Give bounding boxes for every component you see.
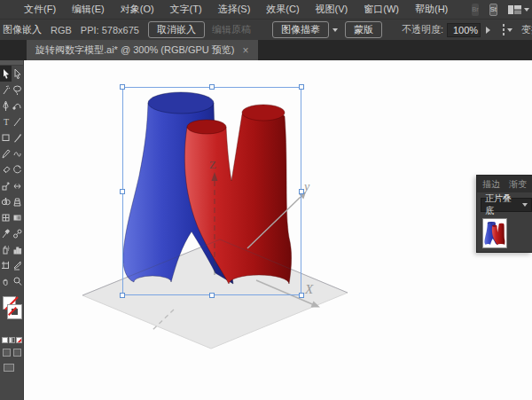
- chevron-down-icon[interactable]: [507, 28, 512, 32]
- opacity-value-field[interactable]: 100%: [447, 23, 481, 37]
- mesh-tool[interactable]: [0, 209, 12, 225]
- menu-object[interactable]: 对象(O): [113, 0, 162, 19]
- stock-icon[interactable]: St: [489, 4, 497, 16]
- artwork[interactable]: Z y X: [24, 60, 532, 400]
- red-tube-opening-center: [187, 120, 226, 134]
- menu-file[interactable]: 文件(F): [16, 0, 64, 19]
- valve-model[interactable]: [123, 92, 292, 284]
- document-tab[interactable]: 旋转阀数字模型.ai* @ 300% (RGB/GPU 预览) ×: [27, 40, 258, 60]
- line-icon: [12, 116, 22, 128]
- curvature-tool[interactable]: [12, 98, 23, 114]
- magic-wand-tool[interactable]: [0, 82, 12, 98]
- blend-tool[interactable]: [12, 225, 23, 241]
- eyedropper-tool[interactable]: [0, 225, 12, 241]
- transparency-panel: 描边 渐变 正片叠底: [476, 175, 532, 253]
- selection-tool[interactable]: [0, 66, 12, 82]
- mesh-icon: [1, 212, 11, 224]
- artboard-tool[interactable]: [0, 257, 12, 273]
- control-bar: 图像 嵌入 RGB PPI: 578x675 取消嵌入 编辑原稿 图像描摹 蒙版…: [0, 19, 532, 40]
- object-thumbnail[interactable]: [482, 218, 507, 248]
- menu-select[interactable]: 选择(S): [210, 0, 259, 19]
- menu-type[interactable]: 文字(T): [162, 0, 210, 19]
- selection-handle[interactable]: [299, 189, 304, 194]
- rotate-icon: [12, 164, 22, 176]
- opacity-flyout-icon[interactable]: [486, 27, 490, 34]
- draw-behind-icon[interactable]: [13, 349, 21, 357]
- menu-bar: 文件(F) 编辑(E) 对象(O) 文字(T) 选择(S) 效果(C) 视图(V…: [0, 0, 532, 19]
- color-button[interactable]: [2, 337, 8, 343]
- tab-bar: 旋转阀数字模型.ai* @ 300% (RGB/GPU 预览) ×: [0, 40, 532, 60]
- mask-button[interactable]: 蒙版: [345, 21, 382, 38]
- chevron-down-icon: [524, 8, 529, 12]
- menu-view[interactable]: 视图(V): [308, 0, 356, 19]
- chevron-down-icon: [522, 203, 528, 207]
- width-tool[interactable]: [12, 177, 23, 193]
- slice-tool[interactable]: [12, 257, 23, 273]
- bridge-icon[interactable]: Br: [472, 4, 479, 16]
- paint-mode-row: [0, 337, 23, 343]
- shaper-tool[interactable]: [12, 145, 23, 161]
- symbol-sprayer-tool[interactable]: [0, 241, 12, 257]
- selection-handle[interactable]: [209, 84, 215, 90]
- rotate-tool[interactable]: [12, 161, 23, 177]
- selection-handle[interactable]: [299, 293, 304, 298]
- eraser-icon: [1, 164, 11, 176]
- tab-stroke[interactable]: 描边: [482, 178, 500, 191]
- selection-handle[interactable]: [299, 84, 304, 90]
- shaper-icon: [12, 148, 22, 160]
- paintbrush-icon: [12, 132, 22, 144]
- artboard-canvas[interactable]: Z y X: [24, 60, 532, 400]
- none-button[interactable]: [16, 337, 22, 343]
- paintbrush-tool[interactable]: [12, 129, 23, 145]
- line-segment-tool[interactable]: [12, 114, 23, 129]
- selection-handle[interactable]: [120, 84, 125, 90]
- unembed-button[interactable]: 取消嵌入: [148, 21, 205, 38]
- zoom-tool[interactable]: [12, 273, 23, 289]
- panel-tab-bar: 描边 渐变: [477, 176, 532, 192]
- screen-mode-icon[interactable]: [4, 364, 14, 372]
- stroke-swatch[interactable]: [8, 305, 21, 318]
- type-tool[interactable]: T: [0, 114, 12, 129]
- gradient-button[interactable]: [9, 337, 15, 343]
- pencil-tool[interactable]: [0, 145, 12, 161]
- document-title: 旋转阀数字模型.ai* @ 300% (RGB/GPU 预览): [35, 43, 234, 57]
- draw-normal-icon[interactable]: [3, 349, 11, 357]
- menu-effect[interactable]: 效果(C): [258, 0, 307, 19]
- lasso-icon: [12, 84, 22, 96]
- workspace-switcher[interactable]: [508, 4, 529, 15]
- artboard-icon: [1, 260, 11, 271]
- transform-label[interactable]: 变换: [521, 23, 532, 36]
- eraser-tool[interactable]: [0, 161, 12, 177]
- eyedropper-icon: [1, 228, 11, 239]
- curvature-icon: [12, 100, 22, 112]
- menu-window[interactable]: 窗口(W): [356, 0, 407, 19]
- type-icon: T: [1, 116, 11, 128]
- hand-tool[interactable]: [0, 273, 12, 289]
- selection-handle[interactable]: [209, 293, 215, 298]
- shape-builder-tool[interactable]: [0, 193, 12, 209]
- menu-help[interactable]: 帮助(H): [407, 0, 456, 19]
- perspective-grid-tool[interactable]: [12, 193, 23, 209]
- close-icon[interactable]: ×: [242, 45, 248, 56]
- tools-panel: T: [0, 60, 24, 400]
- select-similar-icon[interactable]: [503, 24, 505, 35]
- tool-grid: T: [0, 66, 23, 289]
- edit-original-button: 编辑原稿: [212, 23, 251, 36]
- column-graph-tool[interactable]: [12, 241, 23, 257]
- scale-tool[interactable]: [0, 177, 12, 193]
- pen-tool[interactable]: [0, 98, 12, 114]
- selection-handle[interactable]: [120, 189, 125, 194]
- tab-gradient[interactable]: 渐变: [509, 178, 527, 191]
- selection-handle[interactable]: [120, 293, 125, 298]
- shape-builder-icon: [1, 196, 11, 208]
- gradient-tool[interactable]: [12, 209, 23, 225]
- blend-mode-dropdown[interactable]: 正片叠底: [481, 198, 532, 212]
- direct-selection-tool[interactable]: [12, 66, 23, 82]
- rectangle-tool[interactable]: [0, 129, 12, 145]
- menu-edit[interactable]: 编辑(E): [64, 0, 113, 19]
- rectangle-icon: [1, 132, 11, 144]
- lasso-tool[interactable]: [12, 82, 23, 98]
- image-trace-button[interactable]: 图像描摹: [272, 21, 329, 38]
- width-icon: [12, 180, 22, 192]
- chevron-down-icon[interactable]: [332, 28, 338, 32]
